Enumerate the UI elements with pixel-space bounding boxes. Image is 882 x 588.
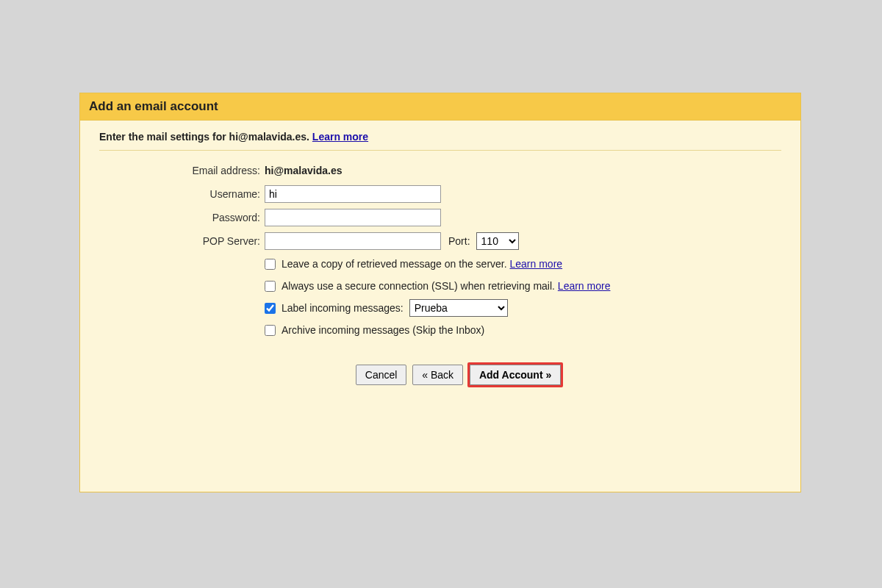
subheading-email: hi@malavida.es [229, 131, 306, 143]
cancel-button[interactable]: Cancel [356, 365, 407, 385]
ssl-checkbox[interactable] [265, 281, 276, 292]
row-archive: Archive incoming messages (Skip the Inbo… [265, 321, 781, 339]
archive-checkbox[interactable] [265, 325, 276, 336]
learn-more-link[interactable]: Learn more [312, 131, 368, 143]
back-button[interactable]: « Back [412, 365, 463, 385]
email-label: Email address: [136, 165, 265, 176]
row-leave-copy: Leave a copy of retrieved message on the… [265, 255, 781, 273]
port-label: Port: [448, 235, 470, 247]
dialog-content: Enter the mail settings for hi@malavida.… [80, 121, 800, 387]
label-messages-label: Label incoming messages: [282, 302, 404, 314]
row-pop-server: POP Server: Port: 110 [136, 232, 781, 251]
archive-label: Archive incoming messages (Skip the Inbo… [282, 324, 484, 336]
add-account-button[interactable]: Add Account » [470, 365, 561, 385]
row-password: Password: [136, 208, 781, 227]
button-row: Cancel « Back Add Account » [136, 362, 781, 387]
label-select[interactable]: Prueba [409, 299, 508, 317]
row-username: Username: [136, 184, 781, 204]
row-label-messages: Label incoming messages: Prueba [265, 299, 781, 317]
row-ssl: Always use a secure connection (SSL) whe… [265, 277, 781, 295]
password-label: Password: [136, 212, 265, 223]
dialog-title: Add an email account [80, 93, 800, 121]
row-email: Email address: hi@malavida.es [136, 161, 781, 180]
leave-copy-label: Leave a copy of retrieved message on the… [282, 258, 562, 270]
leave-copy-checkbox[interactable] [265, 259, 276, 270]
ssl-learn-more-link[interactable]: Learn more [558, 280, 611, 292]
label-messages-checkbox[interactable] [265, 303, 276, 314]
email-value: hi@malavida.es [265, 165, 342, 176]
add-email-account-dialog: Add an email account Enter the mail sett… [79, 93, 801, 492]
add-account-highlight: Add Account » [467, 362, 563, 387]
divider [99, 150, 781, 151]
dialog-subheading: Enter the mail settings for hi@malavida.… [99, 131, 781, 150]
subheading-suffix: . [306, 131, 312, 143]
ssl-label: Always use a secure connection (SSL) whe… [282, 280, 610, 292]
pop-server-input[interactable] [265, 232, 441, 250]
leave-copy-learn-more-link[interactable]: Learn more [510, 258, 563, 270]
subheading-prefix: Enter the mail settings for [99, 131, 229, 143]
port-select[interactable]: 110 [476, 232, 519, 250]
password-input[interactable] [265, 209, 441, 226]
form-area: Email address: hi@malavida.es Username: … [136, 161, 781, 387]
pop-server-label: POP Server: [136, 235, 265, 247]
username-input[interactable] [265, 185, 441, 203]
username-label: Username: [136, 188, 265, 200]
